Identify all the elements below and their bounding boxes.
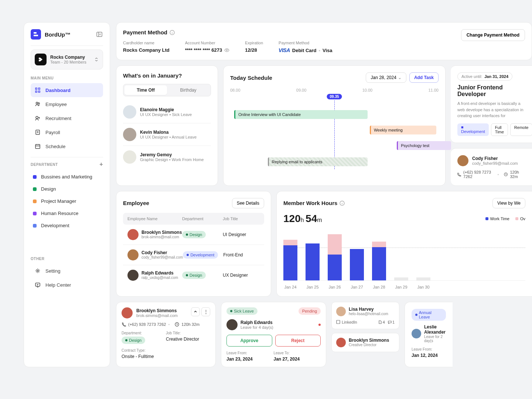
company-logo <box>35 54 47 65</box>
info-icon[interactable] <box>170 30 175 35</box>
dept-pill: Design <box>182 231 206 238</box>
collapse-button[interactable] <box>191 307 200 316</box>
emp-name: Ralph Edwards <box>141 270 178 276</box>
schedule-event[interactable]: Replying email to applicants <box>268 157 368 166</box>
svg-rect-3 <box>35 88 37 89</box>
nav-payroll[interactable]: Payroll <box>31 125 103 139</box>
payroll-icon <box>34 129 41 136</box>
nav-dashboard[interactable]: Dashboard <box>31 83 103 97</box>
bar-work[interactable] <box>283 245 297 280</box>
person-row[interactable]: Elanoire MaggieUI UX Designer • Sick Lea… <box>123 101 211 123</box>
phone-icon <box>122 322 126 327</box>
company-selector[interactable]: Rocks Company Team - 20 Members <box>31 50 103 69</box>
bar-work[interactable] <box>328 255 342 280</box>
annual-from: Jan 12, 2024 <box>412 353 446 358</box>
chip-development[interactable]: ■ Development <box>457 123 489 136</box>
tab-time-off[interactable]: Time Off <box>125 85 167 95</box>
bar-label: Jan 25 <box>306 285 318 289</box>
dept-item[interactable]: Design <box>31 183 103 195</box>
tab-birthday[interactable]: Birthday <box>167 85 209 95</box>
bar-overtime[interactable] <box>283 240 297 245</box>
bar-work[interactable] <box>306 243 320 280</box>
nav-employee[interactable]: Employee <box>31 97 103 111</box>
annual-pill: Annual Leave <box>412 309 446 321</box>
see-details-button[interactable]: See Details <box>232 198 264 208</box>
change-payment-button[interactable]: Change Payment Method <box>461 29 525 41</box>
avatar <box>123 150 136 164</box>
bar-empty <box>394 277 408 280</box>
nav-label: Help Center <box>45 282 71 288</box>
employee-row[interactable]: Cody Fishercody_fisher99@mail.com Develo… <box>123 245 264 265</box>
reject-button[interactable]: Reject <box>275 335 321 347</box>
schedule-event[interactable]: Psychology test <box>397 141 451 150</box>
person-sub: Graphic Design • Work From Home <box>140 157 204 162</box>
leave-sub: Leave for 4 day(s) <box>241 325 316 330</box>
schedule-card: Today Schedule Jan 28, 2024⌄ Add Task 08… <box>223 65 446 186</box>
member-card: Brooklyn Simmons Creative Director <box>331 333 399 352</box>
employee-detail-card: Brooklyn Simmons brok-simms@mail.com ⋮ (… <box>116 302 216 367</box>
svg-point-12 <box>37 270 38 272</box>
nav-recruitment[interactable]: Recruitment <box>31 111 103 125</box>
avatar <box>127 229 139 240</box>
schedule-event[interactable]: Online Interview with UI Candidate <box>234 110 368 119</box>
employee-row[interactable]: Ralph Edwardsralp_uxdsg@mail.com Design … <box>123 265 264 285</box>
dept-item[interactable]: Development <box>31 219 103 232</box>
view-by-button[interactable]: View by We <box>492 198 525 208</box>
chip-fulltime[interactable]: Full Time <box>491 123 508 136</box>
bar-label: Jan 26 <box>328 285 341 289</box>
hours-title: Member Work Hours <box>283 200 337 206</box>
approve-button[interactable]: Approve <box>226 335 272 347</box>
dept-item[interactable]: Project Manager <box>31 195 103 207</box>
person-row[interactable]: Jeremy GemoyGraphic Design • Work From H… <box>123 146 211 168</box>
nav-setting[interactable]: Setting <box>31 264 103 278</box>
date-picker[interactable]: Jan 28, 2024⌄ <box>366 72 406 83</box>
chip-remote[interactable]: Remote <box>510 123 532 136</box>
add-department-icon[interactable]: + <box>99 161 103 168</box>
svg-rect-4 <box>38 88 40 89</box>
bar-overtime[interactable] <box>372 242 386 247</box>
bar-overtime[interactable] <box>328 234 342 255</box>
dept-item[interactable]: Bussines and Marketing <box>31 171 103 183</box>
schedule-event[interactable]: Weekly meeting <box>370 126 436 134</box>
svg-rect-19 <box>337 320 340 324</box>
employee-row[interactable]: Brooklyn Simmonsbrok-simms@mail.com Desi… <box>123 225 264 245</box>
bar-work[interactable] <box>350 249 364 280</box>
job-title: UI Designer <box>223 232 260 237</box>
dept-item[interactable]: Human Resource <box>31 207 103 219</box>
annual-leave-card: Annual Leave Leslie Alexander Leave for … <box>405 302 453 367</box>
legend-work: Work Time <box>490 216 509 221</box>
exp-value: 12/28 <box>245 47 263 53</box>
legend-ot: Ov <box>520 216 525 221</box>
other-label: OTHER <box>31 257 103 261</box>
dept-label: DEPARTMENT <box>31 163 58 167</box>
add-task-button[interactable]: Add Task <box>409 72 439 83</box>
nav-schedule[interactable]: Schedule <box>31 139 103 153</box>
info-icon[interactable] <box>340 201 345 206</box>
dept-label: Human Resource <box>41 211 78 216</box>
title-label: Job Title: <box>166 331 210 335</box>
nav-help[interactable]: Help Center <box>31 278 103 292</box>
recruit-icon <box>34 115 41 122</box>
dept-label: Department: <box>122 331 166 335</box>
dept-label: Development <box>41 223 69 228</box>
schedule-title: Today Schedule <box>230 75 272 81</box>
bar-work[interactable] <box>372 247 386 280</box>
employee-title: Employee <box>123 200 149 206</box>
svg-point-8 <box>38 103 40 104</box>
people-icon <box>34 101 41 108</box>
method-label: Payment Method <box>279 41 332 45</box>
eye-icon[interactable] <box>224 48 229 53</box>
person-row[interactable]: Kevin MalonaUI UX Designer • Annual Leav… <box>123 123 211 146</box>
dept-label: Design <box>41 186 56 192</box>
more-button[interactable]: ⋮ <box>201 307 210 316</box>
company-members: Team - 20 Members <box>50 60 90 64</box>
dept-pill: Development <box>183 251 218 259</box>
person-name: Elanoire Maggie <box>140 107 192 112</box>
help-icon <box>34 282 41 288</box>
detail-name: Brooklyn Simmons <box>136 308 178 313</box>
lisa-name: Lisa Harvey <box>349 307 388 312</box>
leslie-sub: Leave for 2 day(s <box>424 335 446 343</box>
svg-rect-5 <box>35 91 37 92</box>
sidebar-collapse-icon[interactable] <box>96 31 103 38</box>
avatar <box>457 155 468 166</box>
